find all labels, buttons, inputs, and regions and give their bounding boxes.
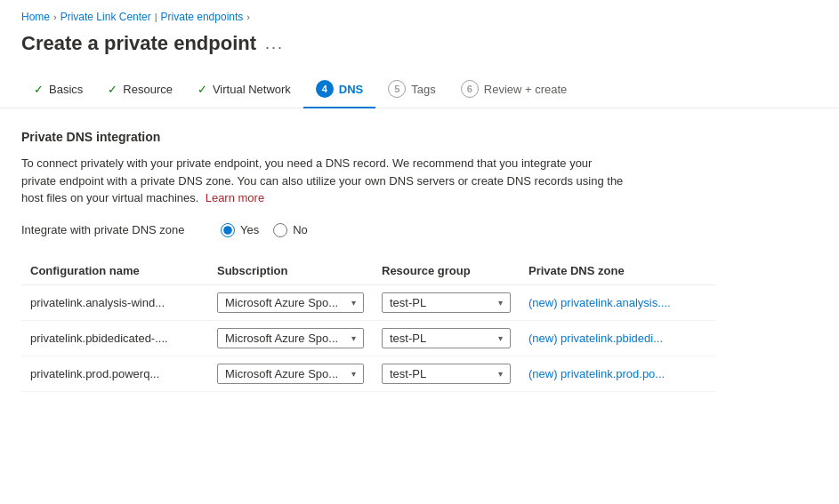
learn-more-link[interactable]: Learn more bbox=[206, 191, 264, 204]
radio-no-option[interactable]: No bbox=[273, 223, 308, 237]
resource-group-value: test-PL bbox=[390, 332, 426, 345]
breadcrumb-private-link[interactable]: Private Link Center bbox=[61, 11, 151, 23]
cell-dns-zone: (new) privatelink.analysis.... bbox=[520, 284, 715, 320]
step-dns-label: DNS bbox=[339, 83, 363, 96]
cell-dns-zone: (new) privatelink.prod.po... bbox=[520, 356, 715, 391]
step-virtual-network[interactable]: ✓ Virtual Network bbox=[185, 74, 303, 107]
step-resource-check-icon: ✓ bbox=[108, 83, 117, 96]
subscription-value: Microsoft Azure Spo... bbox=[225, 367, 338, 380]
breadcrumb: Home › Private Link Center | Private end… bbox=[0, 0, 839, 28]
step-review[interactable]: 6 Review + create bbox=[448, 71, 580, 108]
dropdown-arrow-icon: ▾ bbox=[351, 298, 356, 308]
step-review-label: Review + create bbox=[484, 83, 568, 96]
table-row: privatelink.prod.powerq... Microsoft Azu… bbox=[21, 356, 715, 391]
wizard-steps: ✓ Basics ✓ Resource ✓ Virtual Network 4 … bbox=[0, 71, 839, 108]
info-description: To connect privately with your private e… bbox=[21, 155, 626, 207]
breadcrumb-sep-2: › bbox=[246, 12, 250, 22]
subscription-value: Microsoft Azure Spo... bbox=[225, 296, 338, 309]
subscription-dropdown[interactable]: Microsoft Azure Spo... ▾ bbox=[217, 292, 364, 313]
dropdown-rg-arrow-icon: ▾ bbox=[498, 369, 503, 379]
step-vnet-check-icon: ✓ bbox=[198, 83, 207, 96]
cell-dns-zone: (new) privatelink.pbidedi... bbox=[520, 320, 715, 356]
cell-subscription[interactable]: Microsoft Azure Spo... ▾ bbox=[208, 320, 373, 356]
dns-zone-value: (new) privatelink.prod.po... bbox=[528, 367, 665, 380]
step-dns[interactable]: 4 DNS bbox=[303, 71, 375, 108]
dns-zone-value: (new) privatelink.pbidedi... bbox=[528, 332, 663, 345]
resource-group-dropdown[interactable]: test-PL ▾ bbox=[382, 328, 511, 348]
breadcrumb-divider: | bbox=[155, 12, 157, 22]
table-row: privatelink.pbidedicated-.... Microsoft … bbox=[21, 320, 715, 356]
radio-yes-label: Yes bbox=[240, 223, 259, 236]
cell-config-name: privatelink.analysis-wind... bbox=[21, 284, 208, 320]
cell-subscription[interactable]: Microsoft Azure Spo... ▾ bbox=[208, 356, 373, 391]
info-text-content: To connect privately with your private e… bbox=[21, 156, 623, 204]
radio-no-label: No bbox=[293, 223, 308, 236]
dropdown-arrow-icon: ▾ bbox=[351, 333, 356, 343]
integrate-row: Integrate with private DNS zone Yes No bbox=[21, 223, 818, 237]
dropdown-rg-arrow-icon: ▾ bbox=[498, 333, 503, 343]
step-tags[interactable]: 5 Tags bbox=[375, 71, 448, 108]
resource-group-value: test-PL bbox=[390, 367, 426, 380]
section-title: Private DNS integration bbox=[21, 130, 818, 144]
step-basics-label: Basics bbox=[49, 83, 83, 96]
cell-subscription[interactable]: Microsoft Azure Spo... ▾ bbox=[208, 284, 373, 320]
page-title-more-options[interactable]: ... bbox=[265, 35, 284, 53]
step-resource[interactable]: ✓ Resource bbox=[95, 74, 185, 107]
subscription-value: Microsoft Azure Spo... bbox=[225, 332, 338, 345]
table-row: privatelink.analysis-wind... Microsoft A… bbox=[21, 284, 715, 320]
dns-zone-value: (new) privatelink.analysis.... bbox=[528, 296, 671, 309]
step-review-circle: 6 bbox=[461, 80, 479, 98]
breadcrumb-home[interactable]: Home bbox=[21, 11, 50, 23]
step-dns-circle: 4 bbox=[316, 80, 334, 98]
radio-yes-input[interactable] bbox=[221, 223, 235, 237]
col-header-config: Configuration name bbox=[21, 257, 208, 285]
cell-resource-group[interactable]: test-PL ▾ bbox=[373, 320, 520, 356]
radio-no-input[interactable] bbox=[273, 223, 287, 237]
col-header-resource-group: Resource group bbox=[373, 257, 520, 285]
step-basics-check-icon: ✓ bbox=[34, 83, 44, 96]
integrate-label: Integrate with private DNS zone bbox=[21, 223, 199, 236]
main-content: Private DNS integration To connect priva… bbox=[0, 130, 839, 392]
col-header-subscription: Subscription bbox=[208, 257, 373, 285]
cell-config-name: privatelink.pbidedicated-.... bbox=[21, 320, 208, 356]
step-vnet-label: Virtual Network bbox=[213, 83, 291, 96]
breadcrumb-private-endpoints[interactable]: Private endpoints bbox=[161, 11, 244, 23]
step-tags-label: Tags bbox=[411, 83, 435, 96]
step-resource-label: Resource bbox=[123, 83, 173, 96]
subscription-dropdown[interactable]: Microsoft Azure Spo... ▾ bbox=[217, 364, 364, 384]
resource-group-dropdown[interactable]: test-PL ▾ bbox=[382, 364, 511, 384]
subscription-dropdown[interactable]: Microsoft Azure Spo... ▾ bbox=[217, 328, 364, 348]
resource-group-dropdown[interactable]: test-PL ▾ bbox=[382, 292, 511, 313]
dropdown-arrow-icon: ▾ bbox=[351, 369, 356, 379]
cell-config-name: privatelink.prod.powerq... bbox=[21, 356, 208, 391]
step-tags-circle: 5 bbox=[388, 80, 406, 98]
radio-group: Yes No bbox=[221, 223, 308, 237]
radio-yes-option[interactable]: Yes bbox=[221, 223, 259, 237]
dns-table: Configuration name Subscription Resource… bbox=[21, 257, 715, 392]
resource-group-value: test-PL bbox=[390, 296, 426, 309]
step-basics[interactable]: ✓ Basics bbox=[21, 74, 95, 107]
col-header-dns-zone: Private DNS zone bbox=[520, 257, 715, 285]
cell-resource-group[interactable]: test-PL ▾ bbox=[373, 356, 520, 391]
page-title: Create a private endpoint bbox=[21, 32, 256, 55]
dropdown-rg-arrow-icon: ▾ bbox=[498, 298, 503, 308]
breadcrumb-sep-1: › bbox=[53, 12, 57, 22]
cell-resource-group[interactable]: test-PL ▾ bbox=[373, 284, 520, 320]
